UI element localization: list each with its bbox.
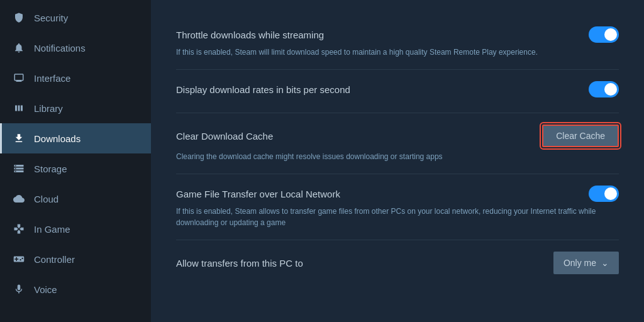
sidebar-item-cloud[interactable]: Cloud — [0, 184, 151, 214]
sidebar-item-notifications[interactable]: Notifications — [0, 33, 151, 63]
sidebar-item-notifications-label: Notifications — [34, 43, 86, 53]
sidebar-item-downloads[interactable]: Downloads — [0, 123, 151, 153]
cloud-icon — [13, 192, 25, 205]
setting-header-allow-transfers: Allow transfers from this PC to Only me … — [176, 252, 619, 274]
bell-icon — [13, 42, 25, 54]
setting-header-display-rates: Display download rates in bits per secon… — [176, 81, 619, 97]
toggle-game-transfer[interactable] — [589, 186, 619, 202]
setting-row-clear-cache: Clear Download Cache Clear Cache Clearin… — [176, 113, 619, 174]
sidebar-item-security-label: Security — [34, 13, 68, 23]
setting-title-allow-transfers: Allow transfers from this PC to — [176, 258, 303, 269]
sidebar-item-storage[interactable]: Storage — [0, 153, 151, 184]
sidebar-item-library[interactable]: Library — [0, 93, 151, 123]
setting-description-game-transfer: If this is enabled, Steam allows to tran… — [176, 206, 604, 228]
sidebar-item-interface-label: Interface — [34, 73, 70, 84]
mic-icon — [13, 283, 25, 296]
toggle-display-rates[interactable] — [589, 81, 619, 97]
shield-icon — [13, 11, 25, 24]
sidebar-item-storage-label: Storage — [34, 164, 67, 174]
sidebar-item-downloads-label: Downloads — [34, 133, 80, 144]
setting-row-allow-transfers: Allow transfers from this PC to Only me … — [176, 240, 619, 289]
setting-header-throttle: Throttle downloads while streaming — [176, 26, 619, 43]
setting-title-clear-cache: Clear Download Cache — [176, 131, 273, 142]
controller-icon — [13, 253, 25, 265]
sidebar-item-ingame-label: In Game — [34, 224, 70, 235]
setting-header-clear-cache: Clear Download Cache Clear Cache — [176, 125, 619, 147]
sidebar-item-security[interactable]: Security — [0, 3, 151, 33]
library-icon — [13, 102, 25, 114]
setting-description-throttle: If this is enabled, Steam will limit dow… — [176, 47, 604, 58]
setting-description-clear-cache: Clearing the download cache might resolv… — [176, 151, 604, 162]
clear-cache-button[interactable]: Clear Cache — [542, 125, 619, 147]
sidebar-item-controller[interactable]: Controller — [0, 244, 151, 274]
main-content: Throttle downloads while streaming If th… — [151, 0, 644, 322]
toggle-throttle[interactable] — [589, 26, 619, 43]
sidebar-item-cloud-label: Cloud — [34, 194, 58, 204]
chevron-down-icon: ⌄ — [601, 258, 609, 268]
sidebar-item-ingame[interactable]: In Game — [0, 214, 151, 244]
allow-transfers-dropdown[interactable]: Only me ⌄ — [553, 252, 619, 274]
setting-row-display-rates: Display download rates in bits per secon… — [176, 70, 619, 113]
setting-header-game-transfer: Game File Transfer over Local Network — [176, 186, 619, 202]
sidebar: Security Notifications Interface Library… — [0, 0, 151, 322]
sidebar-item-interface[interactable]: Interface — [0, 63, 151, 93]
monitor-icon — [13, 72, 25, 84]
setting-row-throttle: Throttle downloads while streaming If th… — [176, 15, 619, 70]
setting-title-throttle: Throttle downloads while streaming — [176, 30, 324, 40]
setting-row-game-transfer: Game File Transfer over Local Network If… — [176, 174, 619, 240]
setting-title-game-transfer: Game File Transfer over Local Network — [176, 189, 340, 199]
sidebar-item-controller-label: Controller — [34, 254, 75, 265]
storage-icon — [13, 162, 25, 175]
setting-title-display-rates: Display download rates in bits per secon… — [176, 84, 350, 95]
sidebar-item-voice-label: Voice — [34, 284, 57, 295]
dropdown-value: Only me — [564, 258, 596, 268]
sidebar-item-voice[interactable]: Voice — [0, 274, 151, 304]
download-icon — [13, 132, 25, 145]
gamepad-icon — [13, 223, 25, 235]
sidebar-item-library-label: Library — [34, 103, 63, 114]
